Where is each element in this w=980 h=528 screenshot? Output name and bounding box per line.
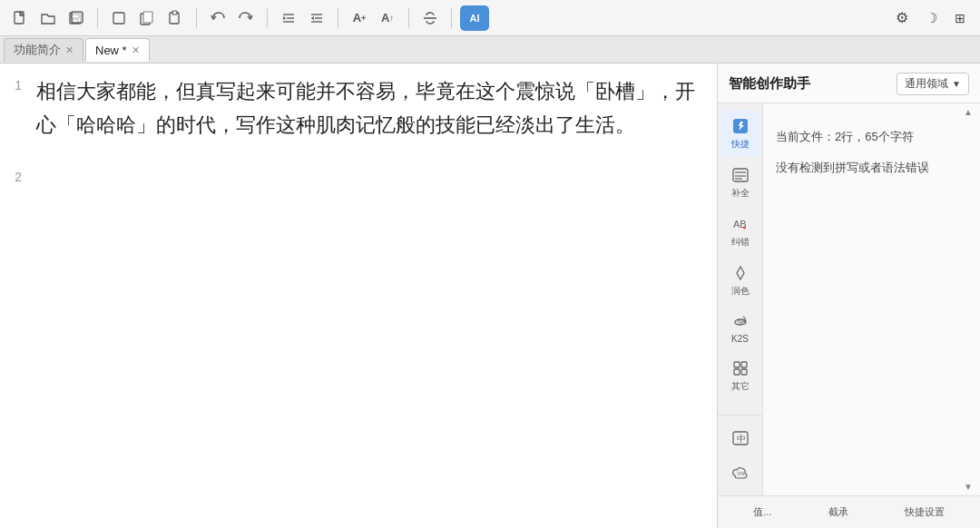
- layout-icon[interactable]: ⊞: [947, 5, 973, 31]
- font-size-large-button[interactable]: A+: [347, 5, 372, 31]
- other-icon: [730, 358, 750, 378]
- panel-header: 智能创作助手 通用领域 ▼: [718, 64, 980, 103]
- file-tools: [7, 5, 89, 31]
- supplement-tool[interactable]: 补全: [720, 160, 760, 205]
- editor-line-2: [36, 142, 699, 177]
- restore-button[interactable]: 值...: [746, 502, 779, 523]
- theme-icon[interactable]: ☽: [918, 5, 944, 31]
- panel-title: 智能创作助手: [729, 75, 810, 93]
- outdent-button[interactable]: [304, 5, 329, 31]
- sep5: [408, 8, 409, 28]
- dropdown-arrow-icon: ▼: [952, 79, 961, 89]
- sep3: [267, 8, 268, 28]
- edit-tools: [106, 5, 188, 31]
- file-info: 当前文件：2行，65个字符: [776, 128, 967, 147]
- side-icon-bar: 快捷 补全 AB: [718, 103, 763, 495]
- tab-intro-close[interactable]: ✕: [65, 45, 74, 55]
- copy-button[interactable]: [134, 5, 160, 31]
- svg-rect-26: [734, 362, 740, 367]
- panel-content: 快捷 补全 AB: [718, 103, 980, 495]
- correct-label: 纠错: [731, 236, 750, 249]
- k2s-tool[interactable]: S K K2S: [720, 307, 760, 349]
- quick-label: 快捷: [731, 138, 750, 151]
- editor-area[interactable]: 1 2 相信大家都能，但真写起来可能并不容易，毕竟在这个震惊说「卧槽」，开心「哈…: [0, 64, 717, 528]
- sep2: [196, 8, 197, 28]
- cloud-icon: ON: [730, 463, 750, 483]
- translate-icon: 中: [730, 428, 750, 448]
- sep6: [451, 8, 452, 28]
- tab-new-close[interactable]: ✕: [132, 45, 140, 55]
- polish-icon: [730, 263, 750, 283]
- undo-button[interactable]: [205, 5, 230, 31]
- save-multi-button[interactable]: [64, 5, 89, 31]
- strikethrough-button[interactable]: [417, 5, 443, 31]
- quick-icon: [730, 116, 750, 136]
- undo-redo-tools: [205, 5, 259, 31]
- domain-dropdown-label: 通用领域: [905, 76, 948, 92]
- panel-scroll-down[interactable]: ▼: [964, 482, 973, 492]
- svg-rect-10: [172, 11, 177, 15]
- panel-info: 当前文件：2行，65个字符 没有检测到拼写或者语法错误: [763, 117, 980, 482]
- new-file-button[interactable]: [7, 5, 33, 31]
- svg-text:ON: ON: [737, 471, 744, 476]
- k2s-label: K2S: [731, 334, 749, 344]
- font-size-small-button[interactable]: A↑: [375, 5, 400, 31]
- svg-rect-4: [72, 12, 83, 23]
- svg-rect-6: [113, 13, 124, 24]
- indent-button[interactable]: [276, 5, 301, 31]
- paste-button[interactable]: [162, 5, 188, 31]
- open-button[interactable]: [35, 5, 61, 31]
- sep4: [338, 8, 338, 28]
- panel-scroll-up[interactable]: ▲: [964, 107, 973, 117]
- svg-rect-27: [741, 362, 747, 367]
- svg-text:中: 中: [737, 434, 746, 444]
- k2s-icon: S K: [730, 312, 750, 332]
- svg-rect-28: [734, 369, 740, 375]
- correct-icon: AB: [730, 214, 750, 234]
- polish-tool[interactable]: 润色: [720, 258, 760, 303]
- quick-tool[interactable]: 快捷: [720, 111, 760, 156]
- svg-text:K: K: [740, 319, 745, 326]
- right-panel: 智能创作助手 通用领域 ▼ 快捷: [717, 64, 980, 528]
- supplement-icon: [730, 165, 750, 185]
- ai-button[interactable]: AI: [460, 5, 489, 31]
- main-area: 1 2 相信大家都能，但真写起来可能并不容易，毕竟在这个震惊说「卧槽」，开心「哈…: [0, 64, 980, 528]
- editor-content[interactable]: 相信大家都能，但真写起来可能并不容易，毕竟在这个震惊说「卧槽」，开心「哈哈哈」的…: [27, 64, 717, 528]
- tab-intro[interactable]: 功能简介 ✕: [4, 38, 83, 62]
- font-size-tools: A+ A↑: [347, 5, 400, 31]
- status-message: 没有检测到拼写或者语法错误: [776, 160, 967, 176]
- line-number-2: 2: [0, 166, 22, 189]
- svg-rect-8: [143, 12, 152, 23]
- cloud-tool[interactable]: ON: [720, 457, 760, 488]
- polish-label: 润色: [731, 285, 750, 298]
- other-label: 其它: [731, 380, 750, 393]
- line-numbers: 1 2: [0, 64, 27, 528]
- capture-button[interactable]: 截承: [821, 502, 856, 523]
- svg-rect-29: [741, 369, 747, 375]
- svg-rect-19: [733, 169, 748, 181]
- side-icons-bottom: 中 ON: [718, 415, 762, 495]
- tab-new-label: New *: [95, 44, 127, 57]
- tab-intro-label: 功能简介: [14, 42, 61, 58]
- crop-button[interactable]: [106, 5, 132, 31]
- sep1: [97, 8, 98, 28]
- domain-dropdown[interactable]: 通用领域 ▼: [897, 73, 969, 95]
- line-number-1: 1: [0, 74, 22, 97]
- toolbar: A+ A↑ AI ⚙ ☽ ⊞: [0, 0, 980, 36]
- editor-line-1: 相信大家都能，但真写起来可能并不容易，毕竟在这个震惊说「卧槽」，开心「哈哈哈」的…: [36, 74, 699, 142]
- settings-icon[interactable]: ⚙: [889, 5, 915, 31]
- indent-tools: [276, 5, 329, 31]
- shortcut-settings-button[interactable]: 快捷设置: [897, 502, 952, 523]
- panel-bottom-buttons: 值... 截承 快捷设置: [718, 495, 980, 528]
- redo-button[interactable]: [233, 5, 259, 31]
- translate-tool[interactable]: 中: [720, 423, 760, 454]
- supplement-label: 补全: [731, 187, 750, 200]
- correct-tool[interactable]: AB 纠错: [720, 209, 760, 254]
- tab-new[interactable]: New * ✕: [85, 38, 150, 62]
- tabbar: 功能简介 ✕ New * ✕: [0, 36, 980, 64]
- other-tool[interactable]: 其它: [720, 353, 760, 398]
